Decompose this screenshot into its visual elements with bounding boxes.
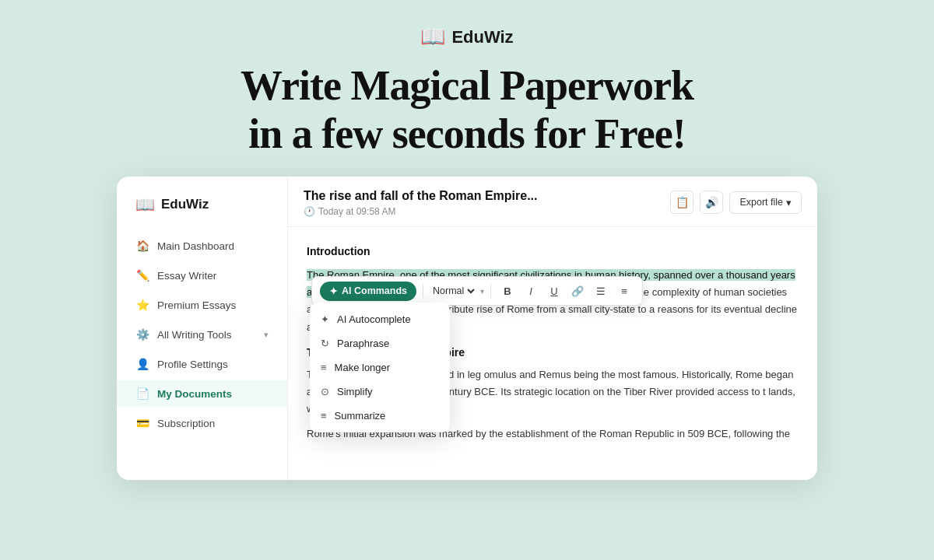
summarize-icon: ≡ [321, 410, 327, 422]
app-window: 📖 EduWiz 🏠 Main Dashboard ✏️ Essay Write… [117, 177, 817, 480]
top-section: 📖 EduWiz Write Magical Paperwork in a fe… [0, 0, 934, 177]
sparkle-icon: ✦ [329, 285, 338, 297]
simplify-item[interactable]: ⊙ Simplify [310, 380, 450, 404]
sidebar-item-label: Premium Essays [157, 299, 236, 311]
doc-actions: 📋 🔊 Export file ▾ [670, 191, 802, 214]
home-icon: 🏠 [135, 240, 149, 252]
hero-line2: in a few seconds for Free! [16, 110, 918, 158]
paraphrase-icon: ↻ [321, 338, 329, 349]
sidebar-item-label: Subscription [157, 418, 215, 429]
export-label: Export file [739, 197, 783, 208]
sidebar: 📖 EduWiz 🏠 Main Dashboard ✏️ Essay Write… [117, 177, 288, 480]
sidebar-item-subscription[interactable]: 💳 Subscription [117, 410, 287, 436]
floating-toolbar: ✦ AI Commands Normal ▾ B I U 🔗 ☰ ≡ [311, 276, 643, 306]
sidebar-logo-text: EduWiz [161, 197, 209, 212]
make-longer-item[interactable]: ≡ Make longer [310, 355, 450, 380]
doc-header: The rise and fall of the Roman Empire...… [288, 177, 817, 227]
ordered-list-button[interactable]: ☰ [591, 281, 611, 301]
link-button[interactable]: 🔗 [567, 281, 588, 301]
user-icon: 👤 [135, 358, 149, 370]
unordered-list-button[interactable]: ≡ [614, 281, 634, 301]
intro-heading: Introduction [307, 243, 799, 261]
longer-icon: ≡ [321, 362, 327, 373]
toolbar-divider-2 [490, 284, 491, 298]
pencil-icon: ✏️ [135, 269, 149, 282]
paraphrase-item[interactable]: ↻ Paraphrase [310, 331, 450, 355]
copy-button[interactable]: 📋 [670, 191, 693, 214]
sidebar-item-label: Profile Settings [157, 359, 228, 370]
tools-icon: ⚙️ [135, 328, 149, 341]
sidebar-item-label: My Documents [157, 388, 232, 400]
italic-button[interactable]: I [521, 281, 541, 301]
underline-button[interactable]: U [544, 281, 564, 301]
sidebar-logo-icon: 📖 [135, 195, 155, 214]
top-logo-text: EduWiz [451, 27, 513, 47]
sidebar-item-label: All Writing Tools [157, 329, 232, 341]
sidebar-item-label: Main Dashboard [157, 240, 234, 252]
doc-timestamp: Today at 09:58 AM [318, 206, 395, 217]
sidebar-item-profile-settings[interactable]: 👤 Profile Settings [117, 351, 287, 377]
top-logo-icon: 📖 [420, 25, 445, 49]
ai-commands-button[interactable]: ✦ AI Commands [320, 282, 416, 301]
ai-autocomplete-item[interactable]: ✦ AI Autocomplete [310, 307, 450, 331]
sidebar-item-main-dashboard[interactable]: 🏠 Main Dashboard [117, 233, 287, 259]
top-header: 📖 EduWiz Write Magical Paperwork in a fe… [0, 0, 934, 177]
style-chevron-icon: ▾ [480, 287, 484, 296]
summarize-label: Summarize [335, 410, 386, 422]
sidebar-logo: 📖 EduWiz [117, 195, 287, 229]
top-logo: 📖 EduWiz [420, 25, 513, 49]
summarize-item[interactable]: ≡ Summarize [310, 404, 450, 428]
autocomplete-icon: ✦ [321, 313, 329, 325]
sidebar-item-premium-essays[interactable]: ⭐ Premium Essays [117, 292, 287, 318]
simplify-icon: ⊙ [321, 386, 329, 397]
chevron-down-icon: ▾ [786, 197, 792, 208]
sidebar-item-label: Essay Writer [157, 270, 216, 282]
text-style-select[interactable]: Normal [430, 285, 477, 297]
sidebar-item-essay-writer[interactable]: ✏️ Essay Writer [117, 262, 287, 289]
chevron-down-icon: ▾ [264, 330, 269, 340]
make-longer-label: Make longer [335, 362, 391, 373]
audio-button[interactable]: 🔊 [700, 191, 723, 214]
simplify-label: Simplify [337, 386, 373, 397]
document-icon: 📄 [135, 387, 149, 400]
hero-line1: Write Magical Paperwork [16, 61, 918, 110]
bold-button[interactable]: B [497, 281, 518, 301]
card-icon: 💳 [135, 417, 149, 429]
ai-commands-dropdown: ✦ AI Autocomplete ↻ Paraphrase ≡ Make lo… [310, 303, 450, 432]
star-icon: ⭐ [135, 299, 149, 311]
sidebar-item-my-documents[interactable]: 📄 My Documents [117, 380, 287, 407]
toolbar-divider [423, 284, 423, 298]
paraphrase-label: Paraphrase [337, 338, 389, 349]
hero-title: Write Magical Paperwork in a few seconds… [16, 61, 918, 158]
export-button[interactable]: Export file ▾ [729, 191, 802, 214]
main-content: The rise and fall of the Roman Empire...… [288, 177, 817, 480]
sidebar-item-all-writing-tools[interactable]: ⚙️ All Writing Tools ▾ [117, 321, 287, 348]
ai-autocomplete-label: AI Autocomplete [337, 313, 411, 325]
ai-commands-label: AI Commands [342, 285, 407, 296]
clock-icon: 🕐 [304, 206, 315, 217]
